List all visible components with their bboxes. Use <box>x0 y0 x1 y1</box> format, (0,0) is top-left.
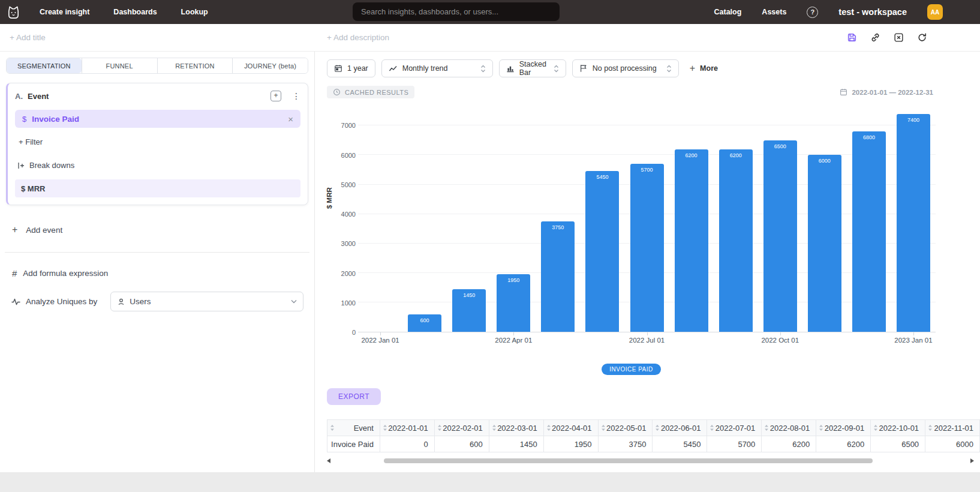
tab-journey[interactable]: JOURNEY (beta) <box>232 58 308 73</box>
selected-event-row[interactable]: $ Invoice Paid × <box>15 110 300 128</box>
add-formula-button[interactable]: # Add formula expression <box>5 268 309 278</box>
sort-icon[interactable] <box>655 424 660 431</box>
workspace-name[interactable]: test - workspace <box>838 7 907 17</box>
table-column-header[interactable]: 2022-08-01 <box>762 420 816 436</box>
table-row[interactable]: Invoice Paid0600145019503750545057006200… <box>327 436 980 452</box>
scroll-right-icon[interactable] <box>970 458 974 463</box>
bar-slot: 600 <box>402 102 447 332</box>
add-filter-button[interactable]: + Filter <box>15 137 300 146</box>
bar[interactable]: 1950 <box>497 274 530 332</box>
scroll-left-icon[interactable] <box>327 458 330 463</box>
kebab-menu-icon[interactable]: ⋮ <box>292 91 300 101</box>
main-content: SEGMENTATION FUNNEL RETENTION JOURNEY (b… <box>0 52 980 472</box>
bar[interactable]: 6800 <box>852 131 886 332</box>
bar-chart: $ MRR 01000200030004000500060007000 6001… <box>327 102 980 375</box>
export-button[interactable]: EXPORT <box>327 388 381 405</box>
bar[interactable]: 600 <box>408 314 441 332</box>
bar[interactable]: 6000 <box>808 155 841 332</box>
sort-icon[interactable] <box>383 424 387 431</box>
table-column-header[interactable]: 2022-05-01 <box>598 420 653 436</box>
sort-icon[interactable] <box>928 424 933 431</box>
post-processing-select[interactable]: No post processing <box>572 59 679 77</box>
table-cell: 6200 <box>762 436 816 452</box>
add-description-button[interactable]: + Add description <box>327 33 389 42</box>
close-square-icon[interactable] <box>893 32 904 43</box>
nav-dashboards[interactable]: Dashboards <box>113 8 157 16</box>
sort-icon[interactable] <box>437 424 442 431</box>
tab-funnel[interactable]: FUNNEL <box>82 58 157 73</box>
bar[interactable]: 5450 <box>585 171 619 332</box>
table-column-header[interactable]: 2022-04-01 <box>543 420 598 436</box>
sort-icon[interactable] <box>710 424 714 431</box>
duplicate-event-icon[interactable]: + <box>270 91 281 101</box>
bar[interactable]: 7400 <box>897 114 930 332</box>
table-cell: 5700 <box>707 436 762 452</box>
nav-assets[interactable]: Assets <box>762 8 786 16</box>
breakdown-icon <box>17 161 26 170</box>
nav-catalog[interactable]: Catalog <box>714 8 742 16</box>
scrollbar-track[interactable] <box>333 458 968 464</box>
bar-slot: 7400 <box>891 102 936 332</box>
save-icon[interactable] <box>846 32 857 43</box>
breakdown-value-row[interactable]: $ MRR <box>15 179 300 197</box>
table-column-header[interactable]: 2022-03-01 <box>489 420 543 436</box>
sort-icon[interactable] <box>819 424 823 431</box>
y-tick-label: 7000 <box>341 122 356 129</box>
table-cell: 6500 <box>871 436 925 452</box>
search-bar[interactable] <box>353 2 560 21</box>
bar-value-label: 600 <box>408 317 441 323</box>
bar-value-label: 3750 <box>541 224 575 230</box>
more-button[interactable]: + More <box>690 63 718 74</box>
bar[interactable]: 3750 <box>541 221 575 332</box>
bar-slot: 3750 <box>536 102 580 332</box>
table-column-header[interactable]: 2022-06-01 <box>653 420 707 436</box>
sort-icon[interactable] <box>601 424 606 431</box>
sort-icon[interactable] <box>492 424 497 431</box>
nav-lookup[interactable]: Lookup <box>181 8 208 16</box>
app-logo-cat-icon[interactable] <box>5 4 22 20</box>
breakdowns-button[interactable]: Break downs <box>15 161 300 170</box>
link-icon[interactable] <box>870 32 880 43</box>
table-column-header[interactable]: Event <box>327 420 380 436</box>
help-icon[interactable]: ? <box>807 7 818 18</box>
nav-create-insight[interactable]: Create insight <box>40 8 89 16</box>
bar[interactable]: 6200 <box>719 149 753 332</box>
sort-icon[interactable] <box>764 424 769 431</box>
bar[interactable]: 5700 <box>630 164 664 332</box>
results-panel: 1 year Monthly trend Stacked Bar <box>315 52 980 472</box>
table-column-header[interactable]: 2022-07-01 <box>707 420 762 436</box>
table-column-header[interactable]: 2022-09-01 <box>816 420 871 436</box>
tab-retention[interactable]: RETENTION <box>157 58 233 73</box>
remove-event-icon[interactable]: × <box>288 114 293 124</box>
bar[interactable]: 1450 <box>452 289 486 332</box>
add-formula-label: Add formula expression <box>23 269 108 278</box>
table-column-header[interactable]: 2022-11-01 <box>925 420 980 436</box>
add-title-button[interactable]: + Add title <box>10 33 46 42</box>
bar[interactable]: 6200 <box>675 149 708 332</box>
chart-type-select[interactable]: Stacked Bar <box>499 59 566 77</box>
refresh-icon[interactable] <box>916 32 927 43</box>
scrollbar-thumb[interactable] <box>384 458 873 463</box>
table-column-header[interactable]: 2022-01-01 <box>380 420 434 436</box>
tab-segmentation[interactable]: SEGMENTATION <box>7 58 82 73</box>
sort-icon[interactable] <box>873 424 878 431</box>
legend-invoice-paid[interactable]: INVOICE PAID <box>602 364 661 375</box>
search-input[interactable] <box>353 7 560 16</box>
x-tick-mark <box>513 332 514 335</box>
trend-select[interactable]: Monthly trend <box>381 59 493 77</box>
column-label: 2022-06-01 <box>660 424 701 433</box>
table-column-header[interactable]: 2022-02-01 <box>434 420 489 436</box>
top-nav: Create insight Dashboards Lookup Catalog… <box>0 0 980 24</box>
sort-icon[interactable] <box>330 424 335 431</box>
sort-icon[interactable] <box>546 424 551 431</box>
bar[interactable]: 6500 <box>763 140 797 332</box>
calendar-icon <box>334 64 342 73</box>
results-table-wrap: Event2022-01-012022-02-012022-03-012022-… <box>327 419 980 452</box>
table-column-header[interactable]: 2022-10-01 <box>871 420 925 436</box>
add-event-button[interactable]: + Add event <box>5 224 309 235</box>
avatar[interactable]: AA <box>927 4 943 20</box>
date-range-button[interactable]: 1 year <box>327 59 375 77</box>
analyze-by-select[interactable]: Users <box>110 292 303 311</box>
bar-chart-icon <box>506 64 515 73</box>
column-label: 2022-07-01 <box>714 424 755 433</box>
